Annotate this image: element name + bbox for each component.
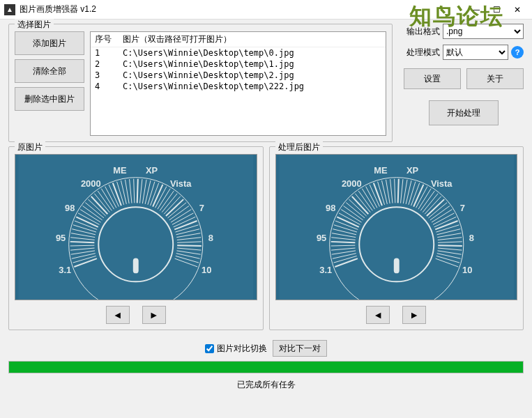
svg-text:XP: XP bbox=[406, 165, 419, 176]
format-label: 输出格式 bbox=[404, 26, 440, 38]
original-next-button[interactable]: ► bbox=[142, 306, 166, 324]
delete-selected-button[interactable]: 删除选中图片 bbox=[15, 87, 84, 111]
svg-text:2000: 2000 bbox=[341, 178, 361, 189]
svg-text:7: 7 bbox=[459, 203, 464, 213]
col-path: 图片（双击路径可打开图片） bbox=[119, 32, 386, 47]
about-button[interactable]: 关于 bbox=[466, 68, 524, 89]
processed-legend: 处理后图片 bbox=[275, 141, 323, 153]
settings-button[interactable]: 设置 bbox=[404, 68, 461, 89]
start-button[interactable]: 开始处理 bbox=[429, 100, 499, 125]
svg-text:7: 7 bbox=[199, 203, 204, 213]
processed-image-group: 处理后图片 3.195982000MEXPVista7810 ◄ ► bbox=[269, 146, 524, 330]
original-preview: 3.195982000MEXPVista7810 bbox=[15, 154, 257, 300]
svg-text:3.1: 3.1 bbox=[319, 265, 332, 275]
col-index: 序号 bbox=[91, 32, 119, 47]
table-row[interactable]: 4C:\Users\Winnie\Desktop\temp\222.jpg bbox=[91, 81, 386, 92]
file-list[interactable]: 序号 图片（双击路径可打开图片） 1C:\Users\Winnie\Deskto… bbox=[90, 31, 386, 136]
maximize-button[interactable]: ☐ bbox=[486, 3, 507, 17]
original-image-group: 原图片 3.195982000MEXPVista7810 ◄ ► bbox=[8, 146, 264, 330]
original-prev-button[interactable]: ◄ bbox=[106, 306, 130, 324]
close-button[interactable]: ✕ bbox=[507, 3, 528, 17]
svg-text:98: 98 bbox=[326, 203, 335, 213]
svg-text:Vista: Vista bbox=[430, 178, 452, 189]
processed-next-button[interactable]: ► bbox=[402, 306, 426, 324]
svg-rect-147 bbox=[393, 258, 399, 274]
titlebar: ▲ 图片画质增强器 v1.2 — ☐ ✕ bbox=[0, 0, 532, 20]
svg-text:ME: ME bbox=[113, 165, 127, 176]
processed-prev-button[interactable]: ◄ bbox=[366, 306, 390, 324]
svg-rect-74 bbox=[279, 155, 514, 300]
status-text: 已完成所有任务 bbox=[8, 376, 524, 394]
mode-label: 处理模式 bbox=[404, 47, 440, 59]
select-image-group: 选择图片 添加图片 清除全部 删除选中图片 序号 图片（双击路径可打开图片） 1… bbox=[8, 24, 393, 142]
svg-text:8: 8 bbox=[469, 233, 473, 243]
svg-text:98: 98 bbox=[65, 203, 75, 213]
compare-checkbox[interactable]: 图片对比切换 bbox=[205, 343, 267, 355]
mode-select[interactable]: 默认 bbox=[443, 45, 508, 60]
table-row[interactable]: 1C:\Users\Winnie\Desktop\temp\0.jpg bbox=[91, 47, 386, 59]
clear-all-button[interactable]: 清除全部 bbox=[15, 59, 84, 83]
format-select[interactable]: .png bbox=[443, 24, 524, 39]
compare-next-button[interactable]: 对比下一对 bbox=[273, 340, 327, 357]
minimize-button[interactable]: — bbox=[465, 3, 486, 17]
svg-text:10: 10 bbox=[202, 265, 211, 275]
svg-text:ME: ME bbox=[374, 165, 388, 176]
select-image-legend: 选择图片 bbox=[15, 19, 54, 31]
svg-text:95: 95 bbox=[316, 233, 326, 243]
svg-rect-0 bbox=[18, 155, 253, 300]
settings-panel: 输出格式 .png 处理模式 默认 ? 设置 关于 开始处理 bbox=[398, 24, 524, 146]
svg-text:10: 10 bbox=[462, 265, 472, 275]
svg-line-107 bbox=[397, 179, 398, 203]
progress-bar bbox=[8, 361, 524, 373]
svg-line-33 bbox=[137, 179, 138, 203]
original-legend: 原图片 bbox=[15, 141, 45, 153]
svg-text:XP: XP bbox=[146, 165, 158, 176]
svg-line-57 bbox=[177, 245, 202, 246]
processed-preview: 3.195982000MEXPVista7810 bbox=[275, 154, 518, 300]
window-title: 图片画质增强器 v1.2 bbox=[20, 3, 465, 15]
table-row[interactable]: 3C:\Users\Winnie\Desktop\temp\2.jpg bbox=[91, 70, 386, 81]
svg-text:8: 8 bbox=[208, 233, 213, 243]
svg-line-131 bbox=[438, 245, 462, 246]
compare-checkbox-input[interactable] bbox=[205, 344, 214, 353]
table-row[interactable]: 2C:\Users\Winnie\Desktop\temp\1.jpg bbox=[91, 59, 386, 70]
help-icon[interactable]: ? bbox=[511, 46, 524, 59]
app-icon: ▲ bbox=[4, 4, 15, 15]
svg-text:3.1: 3.1 bbox=[59, 265, 71, 275]
svg-text:Vista: Vista bbox=[170, 178, 192, 189]
add-image-button[interactable]: 添加图片 bbox=[15, 31, 84, 55]
svg-text:95: 95 bbox=[56, 233, 66, 243]
svg-text:2000: 2000 bbox=[81, 178, 101, 189]
svg-rect-73 bbox=[133, 258, 139, 274]
compare-checkbox-label: 图片对比切换 bbox=[217, 343, 267, 355]
